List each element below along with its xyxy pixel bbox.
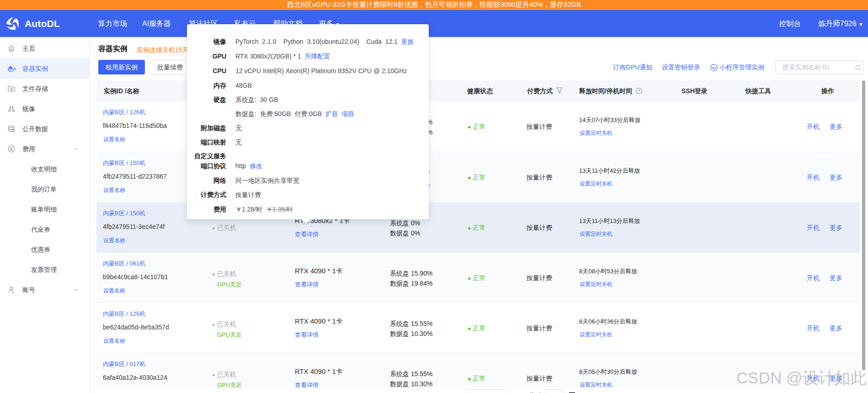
- svg-text:?: ?: [638, 89, 640, 93]
